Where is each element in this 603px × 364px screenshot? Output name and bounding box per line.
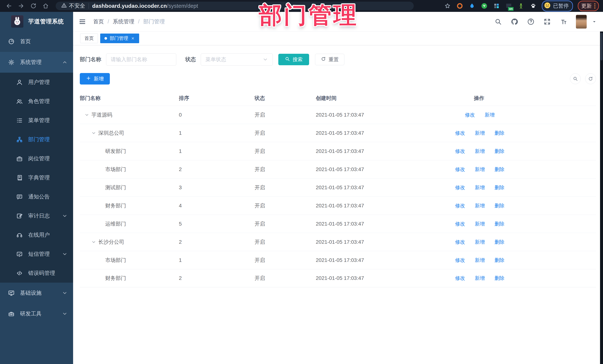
tree-expand-icon[interactable]	[84, 112, 92, 117]
dept-name-input[interactable]	[106, 53, 176, 66]
sidebar-item-1[interactable]: 系统管理	[0, 52, 73, 73]
edit-link[interactable]: 修改	[454, 184, 465, 191]
edit-link[interactable]: 修改	[454, 221, 465, 227]
tree-expand-icon[interactable]	[91, 240, 98, 244]
address-bar[interactable]: 不安全 dashboard.yudao.iocoder.cn/system/de…	[56, 2, 414, 10]
security-warning[interactable]: 不安全	[61, 2, 85, 10]
add-link[interactable]: 新增	[483, 111, 495, 118]
avatar-caret-icon[interactable]	[592, 19, 597, 24]
table-row: 财务部门 4 开启 2021-01-05 17:03:47 修改 新增 删除	[80, 197, 596, 215]
delete-link[interactable]: 删除	[493, 239, 504, 245]
bookmark-star-icon[interactable]	[444, 2, 451, 10]
reload-icon[interactable]	[30, 3, 37, 9]
back-icon[interactable]	[6, 3, 12, 9]
delete-link[interactable]: 删除	[493, 184, 504, 191]
home-icon[interactable]	[42, 3, 49, 9]
add-link[interactable]: 新增	[473, 184, 485, 191]
sidebar-item-2[interactable]: 用户管理	[0, 73, 73, 92]
edit-link[interactable]: 修改	[454, 202, 465, 209]
sidebar-item-12[interactable]: 错误码管理	[0, 264, 73, 283]
collapse-sidebar-icon[interactable]	[79, 18, 86, 25]
add-link[interactable]: 新增	[473, 148, 485, 154]
orange-ring-extension-icon[interactable]	[456, 2, 464, 10]
add-dept-button[interactable]: 新增	[80, 73, 110, 85]
delete-link[interactable]: 删除	[493, 202, 504, 209]
edit-link[interactable]: 修改	[454, 239, 465, 245]
github-icon[interactable]	[510, 18, 518, 26]
paw-extension-icon[interactable]	[530, 2, 537, 10]
add-link[interactable]: 新增	[473, 257, 485, 264]
delete-link[interactable]: 删除	[493, 130, 504, 136]
add-link[interactable]: 新增	[473, 166, 485, 173]
browser-scrollbar[interactable]	[600, 32, 603, 364]
sidebar-item-14[interactable]: 研发工具	[0, 303, 73, 324]
vue-devtools-extension-icon[interactable]	[481, 2, 488, 10]
sidebar-item-6[interactable]: 岗位管理	[0, 149, 73, 168]
delete-link[interactable]: 删除	[493, 275, 504, 282]
sort-cell: 0	[178, 112, 255, 118]
status-cell: 开启	[255, 257, 308, 264]
sidebar-item-3[interactable]: 角色管理	[0, 92, 73, 111]
tree-expand-icon[interactable]	[91, 131, 98, 135]
browser-profile-button[interactable]: 已暂停	[542, 0, 573, 11]
sort-cell: 1	[178, 130, 255, 136]
reset-button[interactable]: 重置	[315, 54, 344, 65]
edit-link[interactable]: 修改	[454, 257, 465, 264]
blue-drop-extension-icon[interactable]	[468, 2, 476, 10]
edit-link[interactable]: 修改	[454, 166, 465, 173]
grid-extension-icon[interactable]	[493, 2, 500, 10]
add-link[interactable]: 新增	[473, 275, 485, 282]
status-select[interactable]: 菜单状态	[201, 53, 273, 66]
add-link[interactable]: 新增	[473, 221, 485, 227]
green-figure-extension-icon[interactable]	[517, 2, 525, 10]
created-time-cell: 2021-01-05 17:03:47	[308, 221, 427, 227]
plus-icon	[86, 76, 91, 82]
show-search-toggle-button[interactable]	[570, 73, 581, 84]
delete-link[interactable]: 删除	[493, 166, 504, 173]
help-icon[interactable]	[527, 18, 535, 26]
breadcrumb-home[interactable]: 首页	[93, 18, 104, 25]
sidebar-item-4[interactable]: 菜单管理	[0, 111, 73, 130]
user-avatar[interactable]	[576, 15, 587, 29]
browser-update-button[interactable]: 更新	[578, 1, 599, 11]
sidebar-item-11[interactable]: 短信管理	[0, 244, 73, 264]
sidebar-item-13[interactable]: 基础设施	[0, 283, 73, 303]
refresh-table-button[interactable]	[585, 73, 596, 84]
search-icon[interactable]	[494, 18, 502, 26]
sidebar-item-5[interactable]: 部门管理	[0, 130, 73, 149]
fullscreen-icon[interactable]	[543, 18, 551, 26]
add-link[interactable]: 新增	[473, 202, 485, 209]
sidebar-item-9[interactable]: 审计日志	[0, 206, 73, 225]
tab-home[interactable]: 首页	[80, 33, 98, 43]
edit-link[interactable]: 修改	[454, 275, 465, 282]
close-tab-icon[interactable]	[131, 36, 135, 40]
search-button[interactable]: 搜索	[278, 54, 309, 65]
edit-link[interactable]: 修改	[464, 111, 475, 118]
forward-icon[interactable]	[18, 3, 24, 9]
sidebar-item-7[interactable]: 字典管理	[0, 168, 73, 187]
browser-menu-icon[interactable]	[594, 3, 595, 9]
sidebar-item-8[interactable]: 通知公告	[0, 187, 73, 206]
delete-link[interactable]: 删除	[493, 148, 504, 154]
edit-link[interactable]: 修改	[454, 148, 465, 154]
breadcrumb-system[interactable]: 系统管理	[113, 18, 134, 25]
add-link[interactable]: 新增	[473, 239, 485, 245]
scrollbar-thumb[interactable]	[600, 33, 603, 60]
delete-link[interactable]: 删除	[493, 221, 504, 227]
app-logo-row[interactable]: 芋道管理系统	[0, 12, 73, 31]
tab-label: 首页	[84, 35, 94, 41]
created-time-cell: 2021-01-05 17:03:47	[308, 203, 427, 209]
status-cell: 开启	[255, 239, 308, 246]
delete-link[interactable]: 删除	[493, 257, 504, 264]
tab-dept-management[interactable]: 部门管理	[100, 33, 139, 43]
add-link[interactable]: 新增	[473, 130, 485, 136]
actions-cell: 修改 新增 删除	[427, 257, 531, 264]
sidebar-item-10[interactable]: 在线用户	[0, 225, 73, 244]
edit-link[interactable]: 修改	[454, 130, 465, 136]
actions-cell: 修改 新增 删除	[427, 130, 531, 136]
dept-name: 芋道源码	[92, 111, 112, 118]
table-row: 运维部门 5 开启 2021-01-05 17:03:47 修改 新增 删除	[80, 215, 596, 233]
font-size-icon[interactable]	[560, 18, 567, 26]
adblock-extension-icon[interactable]: on	[505, 2, 512, 10]
sidebar-item-0[interactable]: 首页	[0, 31, 73, 52]
